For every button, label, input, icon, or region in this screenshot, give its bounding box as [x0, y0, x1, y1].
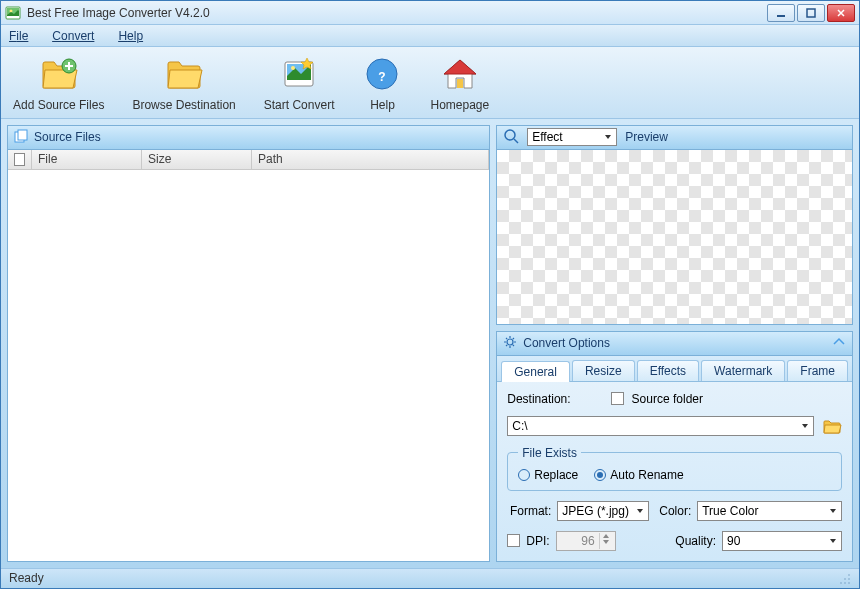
- start-convert-button[interactable]: Start Convert: [264, 54, 335, 112]
- add-source-files-button[interactable]: Add Source Files: [13, 54, 104, 112]
- menu-file[interactable]: File: [9, 29, 28, 43]
- tab-frame[interactable]: Frame: [787, 360, 848, 381]
- toolbar-label: Browse Destination: [132, 98, 235, 112]
- panel-title: Convert Options: [523, 336, 610, 350]
- dpi-label: DPI:: [526, 534, 549, 548]
- source-files-panel: Source Files File Size Path: [7, 125, 490, 562]
- preview-area: [497, 150, 852, 324]
- svg-point-19: [840, 582, 842, 584]
- gear-icon: [503, 335, 517, 352]
- toolbar-label: Add Source Files: [13, 98, 104, 112]
- radio-icon: [594, 469, 606, 481]
- browse-folder-button[interactable]: [822, 416, 842, 436]
- help-button[interactable]: ? Help: [362, 54, 402, 112]
- svg-point-20: [844, 582, 846, 584]
- svg-point-14: [505, 130, 515, 140]
- svg-text:?: ?: [379, 70, 386, 84]
- menu-convert[interactable]: Convert: [52, 29, 94, 43]
- dpi-value: 96: [581, 534, 594, 548]
- table-header: File Size Path: [8, 150, 489, 170]
- toolbar-label: Start Convert: [264, 98, 335, 112]
- status-text: Ready: [9, 571, 44, 585]
- options-body: Destination: Source folder C:\: [497, 382, 852, 561]
- svg-point-15: [507, 339, 513, 345]
- window-title: Best Free Image Converter V4.2.0: [27, 6, 767, 20]
- close-button[interactable]: [827, 4, 855, 22]
- svg-point-18: [848, 578, 850, 580]
- format-value: JPEG (*.jpg): [562, 504, 629, 518]
- dpi-checkbox[interactable]: [507, 534, 520, 547]
- color-label: Color:: [655, 504, 691, 518]
- app-window: Best Free Image Converter V4.2.0 File Co…: [0, 0, 860, 589]
- folder-add-icon: [39, 54, 79, 94]
- svg-rect-13: [18, 130, 27, 140]
- folder-icon: [164, 54, 204, 94]
- convert-options-panel: Convert Options General Resize Effects W…: [496, 331, 853, 562]
- toolbar-label: Homepage: [430, 98, 489, 112]
- file-list[interactable]: [8, 170, 489, 561]
- window-controls: [767, 4, 855, 22]
- svg-point-8: [291, 66, 295, 70]
- dpi-spinner[interactable]: 96: [556, 531, 616, 551]
- convert-icon: [279, 54, 319, 94]
- source-files-header: Source Files: [8, 126, 489, 150]
- status-bar: Ready: [1, 568, 859, 588]
- destination-row: Destination: Source folder: [507, 392, 842, 406]
- quality-select[interactable]: 90: [722, 531, 842, 551]
- svg-point-21: [848, 582, 850, 584]
- collapse-icon[interactable]: [832, 336, 846, 350]
- home-icon: [440, 54, 480, 94]
- quality-value: 90: [727, 534, 740, 548]
- format-select[interactable]: JPEG (*.jpg): [557, 501, 649, 521]
- checkbox-icon: [14, 153, 25, 166]
- options-tabs: General Resize Effects Watermark Frame: [497, 356, 852, 382]
- column-checkbox[interactable]: [8, 150, 32, 169]
- destination-label: Destination:: [507, 392, 570, 406]
- chevron-down-icon: [604, 133, 612, 141]
- tab-watermark[interactable]: Watermark: [701, 360, 785, 381]
- minimize-button[interactable]: [767, 4, 795, 22]
- column-size[interactable]: Size: [142, 150, 252, 169]
- svg-rect-3: [777, 15, 785, 17]
- preview-panel: Effect Preview: [496, 125, 853, 325]
- resize-grip-icon[interactable]: [837, 571, 851, 585]
- file-exists-label: File Exists: [518, 446, 581, 460]
- spinner-arrows: [599, 533, 611, 549]
- magnifier-icon: [503, 128, 519, 147]
- browse-destination-button[interactable]: Browse Destination: [132, 54, 235, 112]
- destination-select-row: C:\: [507, 416, 842, 436]
- maximize-button[interactable]: [797, 4, 825, 22]
- destination-select[interactable]: C:\: [507, 416, 814, 436]
- svg-rect-4: [807, 9, 815, 17]
- app-icon: [5, 5, 21, 21]
- right-pane: Effect Preview Convert Options: [496, 125, 853, 562]
- options-header: Convert Options: [497, 332, 852, 356]
- preview-header: Effect Preview: [497, 126, 852, 150]
- panel-title: Source Files: [34, 130, 101, 144]
- color-select[interactable]: True Color: [697, 501, 842, 521]
- color-value: True Color: [702, 504, 758, 518]
- source-folder-checkbox[interactable]: [611, 392, 624, 405]
- column-file[interactable]: File: [32, 150, 142, 169]
- toolbar: Add Source Files Browse Destination Star…: [1, 47, 859, 118]
- replace-radio[interactable]: Replace: [518, 468, 578, 482]
- tab-resize[interactable]: Resize: [572, 360, 635, 381]
- content-area: Source Files File Size Path Effect: [1, 119, 859, 568]
- chevron-down-icon: [636, 507, 644, 515]
- toolbar-label: Help: [370, 98, 395, 112]
- help-icon: ?: [362, 54, 402, 94]
- effect-select[interactable]: Effect: [527, 128, 617, 146]
- tab-effects[interactable]: Effects: [637, 360, 699, 381]
- auto-rename-radio[interactable]: Auto Rename: [594, 468, 683, 482]
- file-exists-group: File Exists Replace Auto Rename: [507, 446, 842, 491]
- tab-general[interactable]: General: [501, 361, 570, 382]
- chevron-down-icon: [829, 507, 837, 515]
- svg-point-16: [848, 574, 850, 576]
- column-path[interactable]: Path: [252, 150, 489, 169]
- homepage-button[interactable]: Homepage: [430, 54, 489, 112]
- radio-icon: [518, 469, 530, 481]
- menu-help[interactable]: Help: [118, 29, 143, 43]
- title-bar: Best Free Image Converter V4.2.0: [1, 1, 859, 25]
- format-row: Format: JPEG (*.jpg) Color: True Color: [507, 501, 842, 521]
- destination-value: C:\: [512, 419, 527, 433]
